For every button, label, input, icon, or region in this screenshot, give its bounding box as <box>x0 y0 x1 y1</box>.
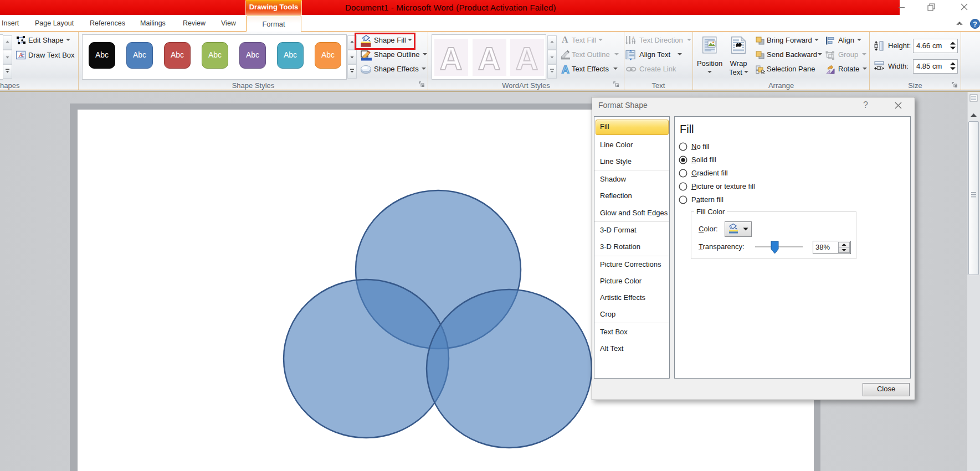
svg-text:A: A <box>515 41 538 76</box>
svg-text:?: ? <box>973 20 977 28</box>
svg-text:A: A <box>632 35 635 41</box>
svg-text:A: A <box>439 41 462 76</box>
svg-text:A: A <box>478 41 500 76</box>
svg-text:A: A <box>562 64 569 75</box>
